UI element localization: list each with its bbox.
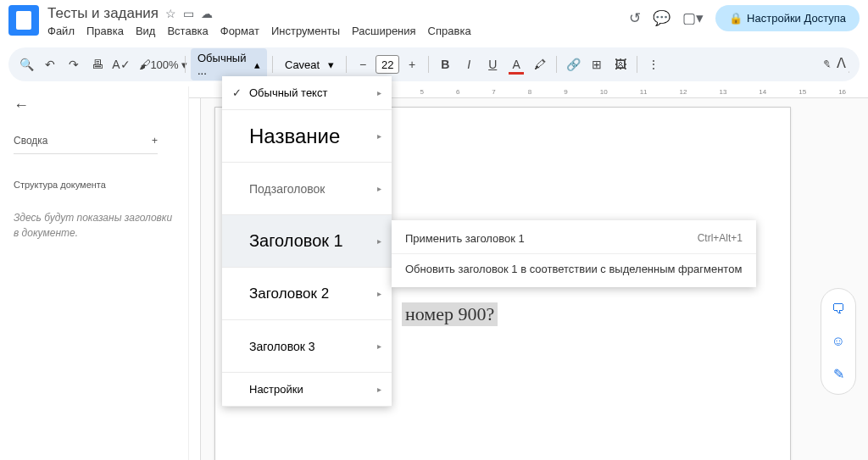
meet-icon[interactable]: ▢▾ <box>682 9 704 27</box>
structure-hint: Здесь будут показаны заголовки в докумен… <box>14 210 175 241</box>
menu-edit[interactable]: Правка <box>86 25 124 37</box>
star-icon[interactable]: ☆ <box>165 7 176 20</box>
update-label: Обновить заголовок 1 в соответствии с вы… <box>405 263 742 275</box>
paragraph-styles-menu: ✓Обычный текст▸Название▸Подзаголовок▸Заг… <box>222 76 392 407</box>
summary-row[interactable]: Сводка + <box>14 135 158 154</box>
menu-insert[interactable]: Вставка <box>167 25 208 37</box>
undo-icon[interactable]: ↶ <box>39 53 61 76</box>
apply-shortcut: Ctrl+Alt+1 <box>698 232 743 245</box>
apply-label: Применить заголовок 1 <box>405 232 525 245</box>
summary-label: Сводка <box>14 135 48 147</box>
style-option-5[interactable]: Заголовок 3▸ <box>222 320 392 373</box>
vertical-ruler[interactable] <box>189 98 201 460</box>
italic-icon[interactable]: I <box>458 53 480 76</box>
history-icon[interactable]: ↺ <box>629 9 641 27</box>
font-dropdown[interactable]: Caveat ▾ <box>278 55 341 75</box>
text-color-icon[interactable]: A <box>505 53 527 76</box>
add-comment-fab-icon[interactable]: 🗨 <box>826 297 850 321</box>
add-summary-icon[interactable]: + <box>152 135 158 147</box>
menu-format[interactable]: Формат <box>220 25 259 37</box>
outline-panel: ← Сводка + Структура документа Здесь буд… <box>0 86 189 460</box>
font-size-inc[interactable]: + <box>401 53 423 76</box>
share-label: Настройки Доступа <box>747 12 846 25</box>
share-button[interactable]: 🔒 Настройки Доступа <box>715 5 860 31</box>
redo-icon[interactable]: ↷ <box>63 53 85 76</box>
collapse-toolbar-icon[interactable]: ᐱ <box>829 51 853 75</box>
style-option-6[interactable]: Настройки▸ <box>222 373 392 407</box>
style-option-4[interactable]: Заголовок 2▸ <box>222 268 392 320</box>
link-icon[interactable]: 🔗 <box>562 53 584 76</box>
style-option-0[interactable]: ✓Обычный текст▸ <box>222 76 392 110</box>
menu-file[interactable]: Файл <box>47 25 75 37</box>
add-comment-icon[interactable]: ⊞ <box>586 53 608 76</box>
back-icon[interactable]: ← <box>14 97 175 114</box>
image-icon[interactable]: 🖼 <box>609 53 632 76</box>
apply-heading-1[interactable]: Применить заголовок 1 Ctrl+Alt+1 <box>392 224 756 254</box>
doc-title[interactable]: Тесты и задания <box>47 5 159 22</box>
highlight-icon[interactable]: 🖍 <box>529 53 551 76</box>
comments-icon[interactable]: 💬 <box>653 9 670 27</box>
search-icon[interactable]: 🔍 <box>15 53 37 76</box>
spellcheck-icon[interactable]: A✓ <box>110 53 132 76</box>
menu-view[interactable]: Вид <box>136 25 156 37</box>
toolbar: 🔍 ↶ ↷ 🖶 A✓ 🖌 100% ▾ Обычный ... ▴ Caveat… <box>8 47 860 81</box>
emoji-fab-icon[interactable]: ☺ <box>826 330 850 353</box>
zoom-dropdown[interactable]: 100% ▾ <box>158 53 180 76</box>
heading-submenu: Применить заголовок 1 Ctrl+Alt+1 Обновит… <box>392 220 756 287</box>
move-icon[interactable]: ▭ <box>183 7 194 20</box>
document-text-selection[interactable]: номер 900? <box>402 302 498 326</box>
menu-bar: Файл Правка Вид Вставка Формат Инструмен… <box>47 25 629 37</box>
bold-icon[interactable]: B <box>434 53 456 76</box>
side-fab: 🗨 ☺ ✎ <box>821 288 856 395</box>
underline-icon[interactable]: U <box>481 53 504 76</box>
menu-tools[interactable]: Инструменты <box>271 25 340 37</box>
cloud-icon[interactable]: ☁ <box>201 7 213 20</box>
more-icon[interactable]: ⋮ <box>643 53 665 76</box>
update-heading-1[interactable]: Обновить заголовок 1 в соответствии с вы… <box>392 254 756 284</box>
suggest-fab-icon[interactable]: ✎ <box>826 362 850 385</box>
style-option-1[interactable]: Название▸ <box>222 110 392 163</box>
style-option-3[interactable]: Заголовок 1▸ <box>222 215 392 268</box>
font-size-input[interactable] <box>376 55 399 74</box>
structure-heading: Структура документа <box>14 180 175 190</box>
print-icon[interactable]: 🖶 <box>86 53 108 76</box>
font-size-dec[interactable]: − <box>352 53 374 76</box>
style-option-2[interactable]: Подзаголовок▸ <box>222 163 392 215</box>
menu-extensions[interactable]: Расширения <box>352 25 416 37</box>
docs-logo[interactable] <box>8 5 39 36</box>
menu-help[interactable]: Справка <box>428 25 471 37</box>
